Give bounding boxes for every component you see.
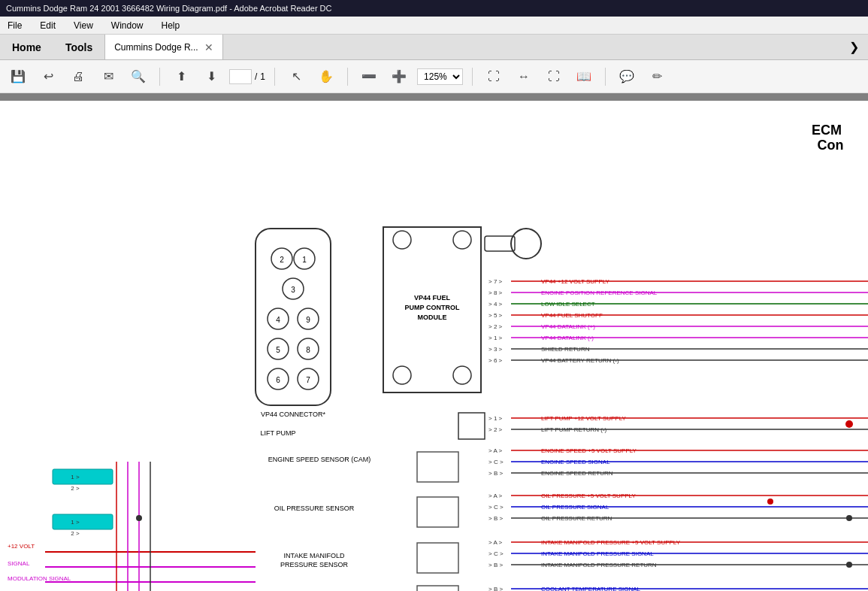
tab-bar: Home Tools Cummins Dodge R... ✕ ❯	[0, 35, 868, 60]
tab-document[interactable]: Cummins Dodge R... ✕	[104, 35, 222, 59]
oil-pin-b: > B >	[488, 515, 503, 522]
left-dot	[136, 515, 142, 521]
markup-button[interactable]: ✏	[645, 65, 669, 89]
full-screen-button[interactable]: ⛶	[542, 65, 566, 89]
pin-8-label: 8	[306, 346, 310, 354]
pin-3-label-right: > 3 >	[488, 346, 503, 353]
engine-speed-label: ENGINE SPEED SENSOR (CAM)	[268, 456, 371, 463]
module-label-3: MODULE	[418, 314, 447, 321]
intake-manifold-label-1: INTAKE MANIFOLD	[284, 552, 345, 559]
left-pin-1b: 1 >	[71, 519, 80, 526]
esp-pin-c: > C >	[488, 459, 504, 465]
zoom-in-button[interactable]: ➕	[387, 65, 411, 89]
tab-tools[interactable]: Tools	[53, 35, 104, 59]
left-12v-label: +12 VOLT	[8, 543, 35, 550]
module-label-1: VP44 FUEL	[414, 294, 451, 302]
page-number-input[interactable]: 1	[229, 69, 252, 84]
ecm-subtitle: Con	[818, 138, 844, 153]
sep-1	[159, 68, 160, 86]
lift-pump-connector	[458, 413, 485, 439]
pin-6-label-right: > 6 >	[488, 357, 503, 364]
pin-5-label-right: > 5 >	[488, 312, 503, 319]
pin-2-label-right: > 2 >	[488, 323, 503, 330]
vp44-connector-box	[256, 229, 331, 405]
left-box-2	[53, 514, 113, 529]
oil-connector	[417, 497, 458, 527]
dot-555	[846, 515, 852, 521]
sep-4	[472, 68, 473, 86]
email-button[interactable]: ✉	[96, 65, 120, 89]
module-circle-right	[511, 229, 541, 259]
oil-pin-c: > C >	[488, 504, 504, 511]
next-page-button[interactable]: ⬇	[199, 65, 223, 89]
tab-home[interactable]: Home	[0, 35, 53, 59]
pin-7-label-right: > 7 >	[488, 278, 503, 285]
imp-pin-c: > C >	[488, 550, 504, 557]
module-circle-4	[453, 366, 471, 384]
back-button[interactable]: ↩	[36, 65, 60, 89]
imp-pin-b: > B >	[488, 562, 503, 568]
cool-connector	[417, 586, 458, 591]
module-circle-3	[393, 366, 411, 384]
title-text: Cummins Dodge Ram 24 2001 3666482 Wiring…	[6, 4, 332, 13]
left-signal-label: SIGNAL	[8, 560, 30, 567]
comment-button[interactable]: 💬	[615, 65, 639, 89]
find-button[interactable]: 🔍	[126, 65, 150, 89]
intake-manifold-label-2: PRESSURE SENSOR	[280, 561, 349, 568]
pin-2-label: 2	[280, 256, 284, 264]
tab-close-button[interactable]: ✕	[204, 41, 213, 53]
ecm-title: ECM	[812, 123, 842, 138]
page-total: 1	[260, 71, 265, 82]
sep-2	[274, 68, 275, 86]
zoom-out-button[interactable]: ➖	[357, 65, 381, 89]
prev-page-button[interactable]: ⬆	[169, 65, 193, 89]
print-button[interactable]: 🖨	[66, 65, 90, 89]
module-circle-1	[393, 231, 411, 249]
pin-1-label-right: > 1 >	[488, 335, 503, 341]
pin-9-label: 9	[306, 316, 310, 324]
zoom-select[interactable]: 125% 100% 150% 75%	[417, 68, 463, 85]
module-label-2: PUMP CONTROL	[405, 304, 460, 311]
menu-view[interactable]: View	[69, 19, 98, 32]
lift-pump-label: LIFT PUMP	[261, 429, 296, 437]
lift-dot	[845, 420, 853, 428]
left-pin-2: 2 >	[71, 485, 80, 492]
page-nav: 1 / 1	[229, 69, 265, 84]
left-pin-2b: 2 >	[71, 530, 80, 537]
pin-6-label: 6	[276, 376, 280, 384]
oil-dot	[767, 499, 773, 505]
fit-width-button[interactable]: ↔	[512, 65, 536, 89]
menu-edit[interactable]: Edit	[35, 19, 60, 32]
menu-window[interactable]: Window	[107, 19, 148, 32]
pin-7-label: 7	[306, 376, 310, 384]
read-mode-button[interactable]: 📖	[572, 65, 596, 89]
oil-pin-a: > A >	[488, 492, 503, 499]
cool-pin-b: > B >	[488, 586, 503, 591]
esp-connector	[417, 452, 458, 482]
lift-pin-2: > 2 >	[488, 426, 503, 433]
oil-pressure-label: OIL PRESSURE SENSOR	[274, 505, 355, 512]
lift-pin-1: > 1 >	[488, 415, 503, 422]
menu-file[interactable]: File	[3, 19, 26, 32]
tab-more-button[interactable]: ❯	[840, 35, 868, 59]
imp-connector	[417, 543, 458, 573]
esp-pin-b: > B >	[488, 470, 503, 477]
fit-page-button[interactable]: ⛶	[482, 65, 506, 89]
main-content: ECM Con 2 1 3 4 9 5 8 6 7 VP44 CONNECTOR…	[0, 93, 868, 591]
esp-pin-a: > A >	[488, 447, 503, 454]
pin-4-label: 4	[276, 316, 280, 324]
left-mod-label: MODULATION SIGNAL	[8, 575, 71, 582]
left-box-1	[53, 469, 113, 484]
hand-tool[interactable]: ✋	[314, 65, 338, 89]
sep-5	[605, 68, 606, 86]
left-pin-1: 1 >	[71, 474, 80, 480]
pin-4-label-right: > 4 >	[488, 301, 503, 308]
toolbar: 💾 ↩ 🖨 ✉ 🔍 ⬆ ⬇ 1 / 1 ↖ ✋ ➖ ➕ 125% 100% 15…	[0, 60, 868, 93]
save-button[interactable]: 💾	[6, 65, 30, 89]
cursor-tool[interactable]: ↖	[284, 65, 308, 89]
pin-8-label-right: > 8 >	[488, 289, 503, 296]
menu-help[interactable]: Help	[157, 19, 185, 32]
dot-617	[846, 562, 852, 568]
page-sep: /	[255, 71, 257, 82]
pin-1-label: 1	[302, 256, 307, 264]
